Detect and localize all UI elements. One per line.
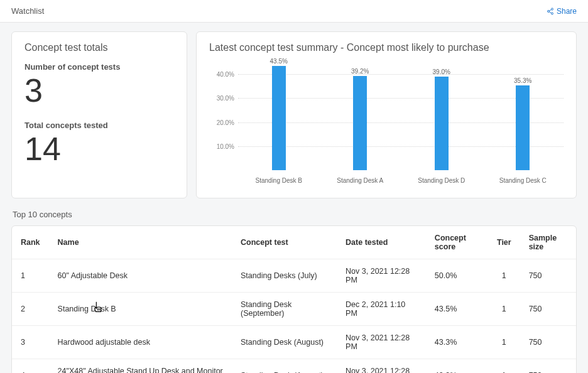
cell-tier: 1: [488, 359, 520, 374]
cell-date: Dec 2, 2021 1:10 PM: [337, 293, 426, 326]
cell-date: Nov 3, 2021 12:28 PM: [337, 259, 426, 293]
chart-bar-value-label: 39.2%: [351, 68, 369, 76]
page-title: Watchlist: [11, 6, 44, 16]
share-button[interactable]: Share: [547, 7, 577, 16]
chart-category-label: Standing Desk D: [418, 177, 465, 184]
totals-card: Concept test totals Number of concept te…: [11, 31, 187, 198]
metric-num-tests-label: Number of concept tests: [24, 62, 174, 72]
cell-test: Standing Desk (September): [232, 293, 337, 326]
cell-rank: 3: [12, 326, 49, 359]
chart-card: Latest concept test summary - Concept mo…: [196, 31, 577, 198]
cell-name: 60" Adjustable Desk: [49, 259, 232, 293]
cell-name: Standing Desk B: [49, 293, 232, 326]
cell-rank: 1: [12, 259, 49, 293]
chart-card-title: Latest concept test summary - Concept mo…: [209, 42, 564, 53]
cell-date: Nov 3, 2021 12:28 PM: [337, 326, 426, 359]
metric-num-tests-value: 3: [24, 74, 174, 107]
cell-sample: 750: [520, 359, 576, 374]
cell-score: 50.0%: [426, 259, 488, 293]
chart-bar[interactable]: [353, 76, 367, 170]
chart-ytick: 40.0%: [209, 71, 234, 78]
th-concept-score[interactable]: Concept score: [426, 226, 488, 259]
cell-score: 43.5%: [426, 293, 488, 326]
svg-line-3: [549, 9, 551, 11]
chart-bar-col: 35.3%Standing Desk C: [482, 62, 564, 170]
th-tier[interactable]: Tier: [488, 226, 520, 259]
chart-bar-col: 43.5%Standing Desk B: [238, 62, 320, 170]
cell-tier: 1: [488, 259, 520, 293]
cell-date: Nov 3, 2021 12:28 PM: [337, 359, 426, 374]
table-header-row: Rank Name Concept test Date tested Conce…: [12, 226, 576, 259]
chart-ytick: 10.0%: [209, 143, 234, 149]
cell-rank: 2: [12, 293, 49, 326]
chart-bar[interactable]: [272, 66, 286, 170]
cell-tier: 1: [488, 293, 520, 326]
bar-chart: 10.0%20.0%30.0%40.0% 43.5%Standing Desk …: [209, 62, 564, 188]
chart-bar-col: 39.0%Standing Desk D: [401, 62, 482, 170]
chart-bar[interactable]: [516, 85, 530, 170]
table-row[interactable]: 160" Adjustable DeskStanding Desks (July…: [12, 259, 576, 293]
cell-rank: 4: [12, 359, 49, 374]
table-row[interactable]: 2Standing Desk BStanding Desk (September…: [12, 293, 576, 326]
chart-bar-value-label: 39.0%: [433, 68, 450, 77]
svg-point-2: [551, 13, 553, 14]
top-bar: Watchlist Share: [0, 0, 588, 23]
share-label: Share: [557, 7, 577, 16]
metric-total-concepts-label: Total concepts tested: [24, 121, 174, 130]
th-name[interactable]: Name: [49, 226, 232, 259]
cell-test: Standing Desk (August): [232, 326, 337, 359]
th-rank[interactable]: Rank: [12, 226, 49, 259]
th-concept-test[interactable]: Concept test: [232, 226, 337, 259]
chart-ytick: 20.0%: [209, 119, 234, 126]
cell-sample: 750: [520, 259, 576, 293]
chart-bar-value-label: 35.3%: [514, 77, 531, 85]
cell-name: Hardwood adjustable desk: [49, 326, 232, 359]
th-date-tested[interactable]: Date tested: [337, 226, 426, 259]
chart-bar-col: 39.2%Standing Desk A: [320, 62, 401, 170]
cell-test: Standing Desks (July): [232, 259, 337, 293]
chart-category-label: Standing Desk C: [499, 177, 547, 184]
totals-card-title: Concept test totals: [24, 42, 174, 53]
svg-point-1: [547, 10, 549, 12]
cell-score: 42.9%: [426, 359, 488, 374]
cell-sample: 750: [520, 326, 576, 359]
svg-point-0: [551, 8, 553, 10]
concepts-table: Rank Name Concept test Date tested Conce…: [11, 225, 577, 373]
table-row[interactable]: 424"X48" Adjustable Stand Up Desk and Mo…: [12, 359, 576, 374]
chart-bar-value-label: 43.5%: [270, 58, 288, 66]
table-row[interactable]: 3Hardwood adjustable deskStanding Desk (…: [12, 326, 576, 359]
th-sample-size[interactable]: Sample size: [520, 226, 576, 259]
chart-ytick: 30.0%: [209, 95, 234, 102]
cell-sample: 750: [520, 293, 576, 326]
cell-score: 43.3%: [426, 326, 488, 359]
cell-name: 24"X48" Adjustable Stand Up Desk and Mon…: [49, 359, 232, 374]
share-icon: [547, 8, 554, 15]
chart-bar[interactable]: [435, 77, 449, 170]
chart-category-label: Standing Desk A: [337, 177, 383, 184]
svg-line-4: [549, 11, 551, 13]
cell-tier: 1: [488, 326, 520, 359]
cell-test: Standing Desk (August): [232, 359, 337, 374]
table-section-title: Top 10 concepts: [13, 210, 577, 219]
chart-category-label: Standing Desk B: [256, 177, 303, 184]
metric-total-concepts-value: 14: [24, 132, 174, 165]
